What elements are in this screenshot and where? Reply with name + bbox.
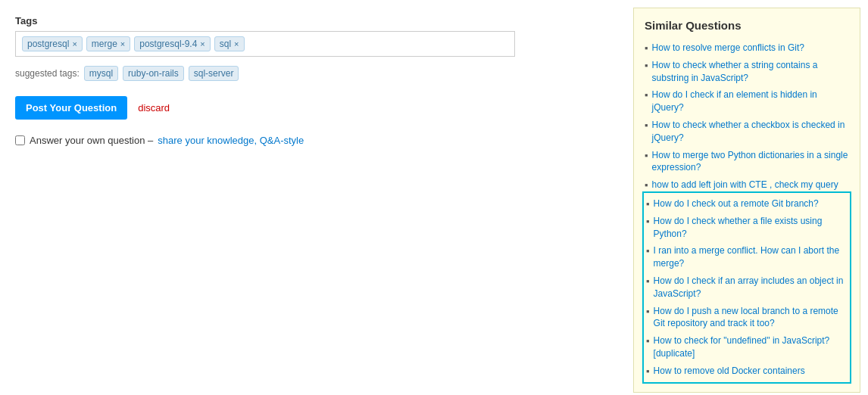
similar-question-link[interactable]: How do I check if an element is hidden i… [652,89,849,114]
suggested-tag-ruby-on-rails[interactable]: ruby-on-rails [123,66,184,81]
tag-remove-icon[interactable]: × [72,39,76,48]
post-question-button[interactable]: Post Your Question [15,96,127,120]
similar-question-link[interactable]: How to remove old Docker containers [654,365,805,378]
tag-postgresql[interactable]: postgresql × [22,36,83,51]
similar-question-item: I ran into a merge conflict. How can I a… [646,242,848,272]
similar-question-item: How to resolve merge conflicts in Git? [645,39,849,57]
discard-link[interactable]: discard [138,102,170,114]
tags-label: Tags [15,15,610,26]
similar-question-item: How to remove old Docker containers [646,362,848,380]
similar-question-item: How do I check if an array includes an o… [646,272,848,303]
similar-question-item: How do I check whether a file exists usi… [646,213,848,243]
tag-sql[interactable]: sql × [214,36,245,51]
similar-question-link[interactable]: How to resolve merge conflicts in Git? [652,42,804,54]
similar-question-item: How to check for "undefined" in JavaScri… [646,332,848,362]
similar-questions-list: How to resolve merge conflicts in Git?Ho… [645,39,849,384]
answer-own-link[interactable]: share your knowledge, Q&A-style [158,135,304,146]
similar-question-link[interactable]: How to check whether a string contains a… [652,59,849,85]
tag-postgresql-9.4[interactable]: postgresql-9.4 × [134,36,210,51]
similar-question-item: how to add left join with CTE , check my… [645,176,849,194]
similar-question-link[interactable]: how to add left join with CTE , check my… [652,179,838,191]
similar-question-item: How to check whether a string contains a… [645,57,849,87]
similar-question-item: How do I check out a remote Git branch? [646,195,848,213]
suggested-tags-row: suggested tags: mysqlruby-on-railssql-se… [15,66,610,81]
similar-question-item: How to check whether a checkbox is check… [645,117,849,147]
similar-question-link[interactable]: How do I push a new local branch to a re… [654,305,848,331]
tags-input-container[interactable]: postgresql ×merge ×postgresql-9.4 ×sql × [15,31,515,57]
suggested-tag-mysql[interactable]: mysql [84,66,118,81]
similar-question-link[interactable]: I ran into a merge conflict. How can I a… [654,244,848,270]
similar-question-link[interactable]: How do I check if an array includes an o… [654,275,848,300]
similar-question-item: How do I push a new local branch to a re… [646,303,848,333]
tag-remove-icon[interactable]: × [200,39,205,48]
tags-section: Tags postgresql ×merge ×postgresql-9.4 ×… [15,15,610,81]
suggested-tag-sql-server[interactable]: sql-server [189,66,239,81]
answer-own-question-row: Answer your own question – share your kn… [15,135,610,146]
similar-question-item: How do I check if an element is hidden i… [645,86,849,117]
answer-own-checkbox[interactable] [15,135,25,145]
tag-merge[interactable]: merge × [86,36,130,51]
similar-question-link[interactable]: How do I check whether a file exists usi… [654,215,848,241]
similar-question-link[interactable]: How to check for "undefined" in JavaScri… [654,334,848,360]
similar-questions-panel: Similar Questions How to resolve merge c… [633,8,860,393]
similar-question-item: How to merge two Python dictionaries in … [645,147,849,177]
similar-question-link[interactable]: How to merge two Python dictionaries in … [652,149,849,175]
similar-question-link[interactable]: How do I check out a remote Git branch? [654,198,819,210]
answer-own-text: Answer your own question – [30,135,153,146]
tag-remove-icon[interactable]: × [120,39,125,48]
similar-questions-title: Similar Questions [645,19,849,32]
tag-remove-icon[interactable]: × [234,39,239,48]
similar-question-link[interactable]: How to check whether a checkbox is check… [652,119,849,145]
suggested-label: suggested tags: [15,68,80,79]
